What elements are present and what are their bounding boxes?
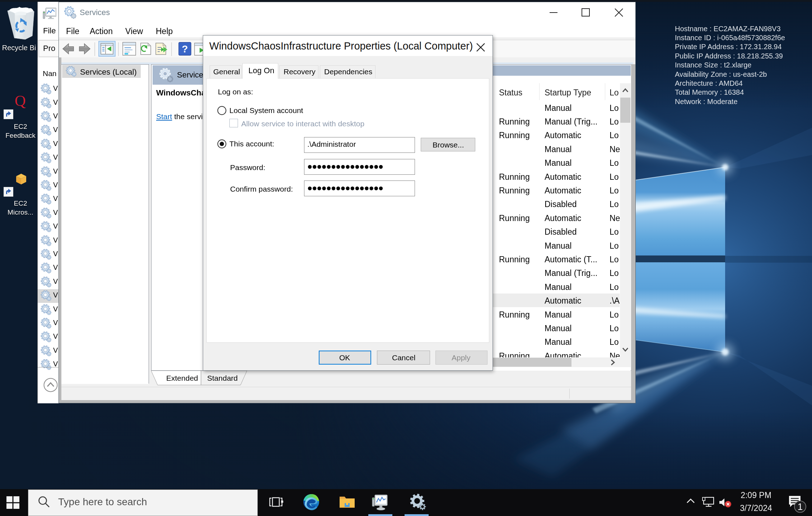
svg-text:?: ? [182, 43, 188, 55]
svg-text:1: 1 [798, 501, 803, 512]
svg-text:Extended: Extended [166, 374, 198, 382]
svg-text:Standard: Standard [207, 374, 238, 382]
